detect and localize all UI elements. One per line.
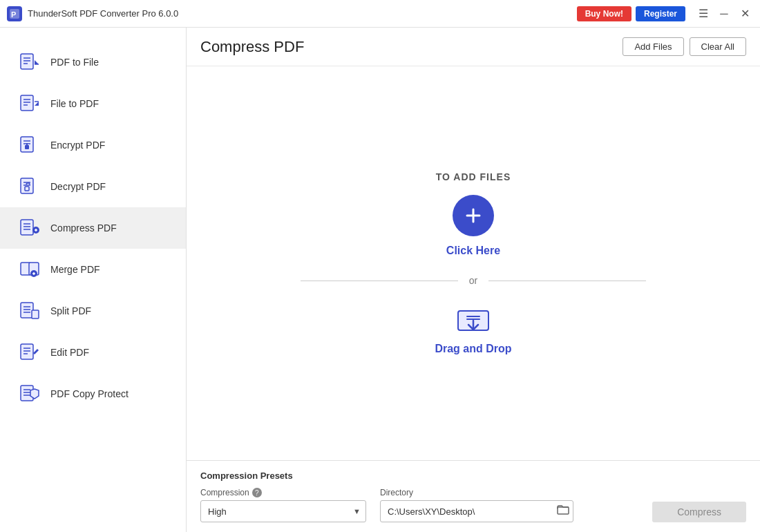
sidebar-label-pdf-to-file: PDF to File	[50, 57, 99, 68]
sidebar-label-pdf-copy-protect: PDF Copy Protect	[50, 388, 129, 399]
sidebar-item-encrypt-pdf[interactable]: Encrypt PDF	[0, 124, 186, 166]
sidebar-item-merge-pdf[interactable]: Merge PDF	[0, 249, 186, 290]
sidebar: PDF to File File to PDF	[0, 28, 187, 532]
click-here-button[interactable]	[453, 195, 494, 236]
register-button[interactable]: Register	[636, 6, 685, 21]
sidebar-label-encrypt-pdf: Encrypt PDF	[50, 140, 105, 151]
or-divider: or	[301, 275, 646, 286]
sidebar-item-compress-pdf[interactable]: Compress PDF	[0, 207, 186, 249]
sidebar-label-decrypt-pdf: Decrypt PDF	[50, 181, 106, 192]
drop-zone[interactable]: TO ADD FILES Click Here or	[187, 66, 760, 460]
svg-rect-39	[32, 310, 39, 319]
content-area: Compress PDF Add Files Clear All TO ADD …	[187, 28, 760, 532]
svg-marker-44	[33, 349, 39, 354]
divider-line-right	[488, 281, 646, 281]
divider-line-left	[301, 281, 458, 281]
compression-select-wrapper: High Medium Low ▼	[200, 500, 366, 522]
compress-pdf-icon	[19, 217, 41, 239]
drag-drop-icon	[457, 304, 490, 334]
svg-rect-56	[558, 507, 569, 514]
minimize-button[interactable]: ─	[716, 6, 732, 22]
directory-label: Directory	[380, 488, 573, 497]
split-pdf-icon	[19, 300, 41, 322]
title-bar-left: P ThunderSoft PDF Converter Pro 6.0.0	[7, 6, 178, 21]
svg-rect-8	[21, 95, 33, 111]
sidebar-label-split-pdf: Split PDF	[50, 305, 91, 316]
browse-directory-icon[interactable]	[557, 505, 569, 517]
svg-marker-6	[35, 60, 39, 64]
window-controls: ☰ ─ ✕	[695, 6, 753, 22]
svg-rect-18	[26, 143, 28, 146]
or-text: or	[469, 275, 477, 286]
drop-zone-inner: TO ADD FILES Click Here or	[301, 171, 646, 355]
sidebar-item-file-to-pdf[interactable]: File to PDF	[0, 83, 186, 124]
close-button[interactable]: ✕	[737, 6, 753, 22]
sidebar-item-decrypt-pdf[interactable]: Decrypt PDF	[0, 166, 186, 207]
merge-pdf-icon	[19, 258, 41, 281]
pdf-to-file-icon	[19, 51, 41, 73]
click-here-label[interactable]: Click Here	[446, 245, 500, 257]
compression-help-icon[interactable]: ?	[252, 488, 262, 497]
page-title: Compress PDF	[200, 38, 304, 56]
svg-rect-2	[21, 54, 33, 69]
main-layout: PDF to File File to PDF	[0, 28, 760, 532]
bottom-controls: Compression ? High Medium Low ▼	[200, 488, 573, 522]
svg-rect-23	[21, 220, 33, 235]
svg-marker-12	[35, 102, 39, 106]
sidebar-item-pdf-to-file[interactable]: PDF to File	[0, 41, 186, 83]
title-bar: P ThunderSoft PDF Converter Pro 6.0.0 Bu…	[0, 0, 760, 28]
menu-button[interactable]: ☰	[695, 6, 712, 22]
sidebar-label-file-to-pdf: File to PDF	[50, 98, 99, 109]
sidebar-label-merge-pdf: Merge PDF	[50, 264, 100, 275]
directory-input[interactable]	[380, 500, 573, 522]
encrypt-pdf-icon	[19, 134, 41, 156]
svg-marker-49	[30, 389, 39, 399]
header-buttons: Add Files Clear All	[623, 37, 746, 56]
app-title: ThunderSoft PDF Converter Pro 6.0.0	[28, 8, 178, 19]
drag-drop-label: Drag and Drop	[435, 343, 511, 355]
compress-button[interactable]: Compress	[652, 502, 746, 522]
bottom-bar: Compression Presets Compression ? High M…	[187, 460, 760, 532]
directory-group: Directory	[380, 488, 573, 522]
app-logo: P	[7, 6, 22, 21]
compression-select[interactable]: High Medium Low	[200, 500, 366, 522]
compression-group: Compression ? High Medium Low ▼	[200, 488, 366, 522]
compression-label: Compression ?	[200, 488, 366, 497]
to-add-label: TO ADD FILES	[436, 171, 511, 182]
sidebar-item-split-pdf[interactable]: Split PDF	[0, 290, 186, 332]
sidebar-item-pdf-copy-protect[interactable]: PDF Copy Protect	[0, 373, 186, 415]
pdf-copy-protect-icon	[19, 383, 41, 405]
sidebar-item-edit-pdf[interactable]: Edit PDF	[0, 332, 186, 373]
directory-input-wrapper	[380, 500, 573, 522]
sidebar-label-edit-pdf: Edit PDF	[50, 347, 89, 358]
clear-all-button[interactable]: Clear All	[690, 37, 746, 56]
add-files-button[interactable]: Add Files	[623, 37, 683, 56]
decrypt-pdf-icon	[19, 175, 41, 198]
sidebar-label-compress-pdf: Compress PDF	[50, 222, 117, 234]
buy-now-button[interactable]: Buy Now!	[577, 6, 631, 21]
content-header: Compress PDF Add Files Clear All	[187, 28, 760, 66]
svg-text:P: P	[11, 10, 16, 19]
svg-rect-40	[21, 344, 33, 359]
edit-pdf-icon	[19, 341, 41, 363]
bottom-row: Compression ? High Medium Low ▼	[200, 488, 746, 522]
compression-presets-title: Compression Presets	[200, 471, 746, 481]
file-to-pdf-icon	[19, 93, 41, 115]
title-bar-right: Buy Now! Register ☰ ─ ✕	[577, 6, 753, 22]
